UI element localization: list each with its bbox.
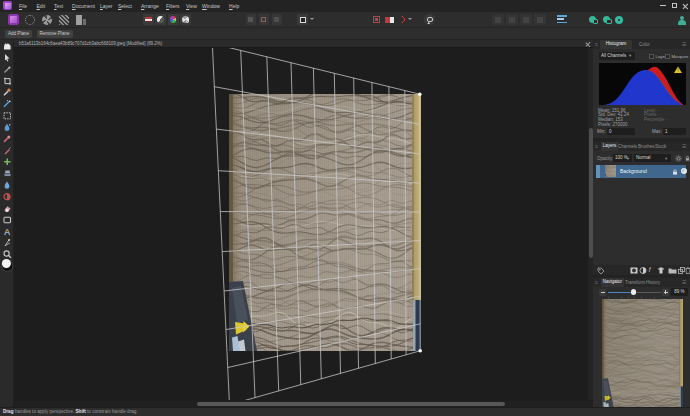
svg-text:!: ! [677,67,678,73]
svg-text:A: A [4,226,10,236]
